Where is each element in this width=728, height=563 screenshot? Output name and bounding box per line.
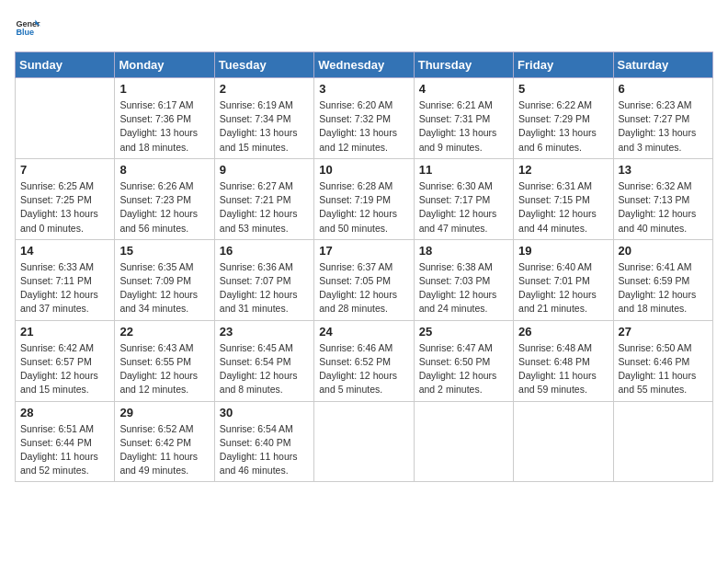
day-info: Sunrise: 6:28 AMSunset: 7:19 PMDaylight:… [319, 179, 408, 236]
day-number: 8 [119, 163, 209, 177]
day-info: Sunrise: 6:21 AMSunset: 7:31 PMDaylight:… [419, 98, 508, 155]
weekday-header-friday: Friday [514, 52, 613, 78]
day-number: 30 [220, 406, 309, 419]
day-number: 15 [119, 244, 209, 258]
weekday-header-tuesday: Tuesday [214, 52, 313, 78]
day-info: Sunrise: 6:31 AMSunset: 7:15 PMDaylight:… [518, 179, 608, 236]
calendar-cell: 22Sunrise: 6:43 AMSunset: 6:55 PMDayligh… [115, 320, 214, 401]
day-info: Sunrise: 6:32 AMSunset: 7:13 PMDaylight:… [619, 179, 708, 236]
day-number: 17 [319, 244, 408, 258]
day-info: Sunrise: 6:40 AMSunset: 7:01 PMDaylight:… [518, 260, 608, 316]
day-number: 20 [619, 244, 708, 258]
day-number: 1 [119, 82, 209, 96]
calendar-cell [314, 401, 414, 482]
calendar-cell: 15Sunrise: 6:35 AMSunset: 7:09 PMDayligh… [115, 239, 214, 320]
calendar-cell: 19Sunrise: 6:40 AMSunset: 7:01 PMDayligh… [514, 239, 613, 320]
day-number: 6 [619, 82, 708, 96]
day-info: Sunrise: 6:35 AMSunset: 7:09 PMDaylight:… [119, 260, 209, 316]
calendar-cell: 27Sunrise: 6:50 AMSunset: 6:46 PMDayligh… [613, 320, 712, 401]
weekday-header-saturday: Saturday [613, 52, 712, 78]
day-info: Sunrise: 6:46 AMSunset: 6:52 PMDaylight:… [319, 341, 408, 397]
calendar-cell: 25Sunrise: 6:47 AMSunset: 6:50 PMDayligh… [414, 320, 513, 401]
day-number: 19 [518, 244, 608, 258]
calendar-cell: 29Sunrise: 6:52 AMSunset: 6:42 PMDayligh… [115, 401, 214, 482]
day-number: 22 [119, 325, 209, 339]
calendar-cell: 5Sunrise: 6:22 AMSunset: 7:29 PMDaylight… [514, 78, 613, 159]
calendar-cell: 13Sunrise: 6:32 AMSunset: 7:13 PMDayligh… [613, 158, 712, 239]
weekday-header-monday: Monday [115, 52, 214, 78]
calendar-cell: 26Sunrise: 6:48 AMSunset: 6:48 PMDayligh… [514, 320, 613, 401]
day-info: Sunrise: 6:22 AMSunset: 7:29 PMDaylight:… [518, 98, 608, 155]
weekday-header-sunday: Sunday [16, 52, 115, 78]
day-number: 5 [518, 82, 608, 96]
calendar-week-3: 21Sunrise: 6:42 AMSunset: 6:57 PMDayligh… [16, 320, 713, 401]
calendar-cell: 2Sunrise: 6:19 AMSunset: 7:34 PMDaylight… [214, 78, 313, 159]
day-number: 3 [319, 82, 408, 96]
calendar-cell: 9Sunrise: 6:27 AMSunset: 7:21 PMDaylight… [214, 158, 313, 239]
calendar-cell: 17Sunrise: 6:37 AMSunset: 7:05 PMDayligh… [314, 239, 414, 320]
calendar-cell: 23Sunrise: 6:45 AMSunset: 6:54 PMDayligh… [214, 320, 313, 401]
day-number: 24 [319, 325, 408, 339]
day-info: Sunrise: 6:54 AMSunset: 6:40 PMDaylight:… [220, 422, 309, 478]
calendar-cell: 18Sunrise: 6:38 AMSunset: 7:03 PMDayligh… [414, 239, 513, 320]
calendar-cell: 3Sunrise: 6:20 AMSunset: 7:32 PMDaylight… [314, 78, 414, 159]
calendar-week-0: 1Sunrise: 6:17 AMSunset: 7:36 PMDaylight… [16, 78, 713, 159]
calendar-cell: 6Sunrise: 6:23 AMSunset: 7:27 PMDaylight… [613, 78, 712, 159]
calendar-week-2: 14Sunrise: 6:33 AMSunset: 7:11 PMDayligh… [16, 239, 713, 320]
day-number: 4 [419, 82, 508, 96]
day-info: Sunrise: 6:42 AMSunset: 6:57 PMDaylight:… [20, 341, 109, 397]
day-number: 12 [518, 163, 608, 177]
day-info: Sunrise: 6:30 AMSunset: 7:17 PMDaylight:… [419, 179, 508, 236]
weekday-header-thursday: Thursday [414, 52, 513, 78]
day-number: 26 [518, 325, 608, 339]
day-info: Sunrise: 6:51 AMSunset: 6:44 PMDaylight:… [20, 422, 109, 478]
calendar-cell [613, 401, 712, 482]
calendar-body: 1Sunrise: 6:17 AMSunset: 7:36 PMDaylight… [16, 78, 713, 482]
day-number: 13 [619, 163, 708, 177]
day-number: 10 [319, 163, 408, 177]
calendar-cell: 28Sunrise: 6:51 AMSunset: 6:44 PMDayligh… [16, 401, 115, 482]
day-number: 9 [220, 163, 309, 177]
calendar-cell: 24Sunrise: 6:46 AMSunset: 6:52 PMDayligh… [314, 320, 414, 401]
calendar-cell: 4Sunrise: 6:21 AMSunset: 7:31 PMDaylight… [414, 78, 513, 159]
day-info: Sunrise: 6:37 AMSunset: 7:05 PMDaylight:… [319, 260, 408, 316]
calendar-cell: 8Sunrise: 6:26 AMSunset: 7:23 PMDaylight… [115, 158, 214, 239]
calendar-table: SundayMondayTuesdayWednesdayThursdayFrid… [15, 52, 713, 482]
day-number: 28 [20, 406, 109, 419]
day-info: Sunrise: 6:41 AMSunset: 6:59 PMDaylight:… [619, 260, 708, 316]
calendar-header: SundayMondayTuesdayWednesdayThursdayFrid… [16, 52, 713, 78]
calendar-cell: 12Sunrise: 6:31 AMSunset: 7:15 PMDayligh… [514, 158, 613, 239]
calendar-cell: 30Sunrise: 6:54 AMSunset: 6:40 PMDayligh… [214, 401, 313, 482]
weekday-header-row: SundayMondayTuesdayWednesdayThursdayFrid… [16, 52, 713, 78]
calendar-cell [16, 78, 115, 159]
calendar-cell: 1Sunrise: 6:17 AMSunset: 7:36 PMDaylight… [115, 78, 214, 159]
day-info: Sunrise: 6:27 AMSunset: 7:21 PMDaylight:… [220, 179, 309, 236]
day-info: Sunrise: 6:19 AMSunset: 7:34 PMDaylight:… [220, 98, 309, 155]
day-number: 25 [419, 325, 508, 339]
day-number: 2 [220, 82, 309, 96]
day-info: Sunrise: 6:48 AMSunset: 6:48 PMDaylight:… [518, 341, 608, 397]
day-number: 11 [419, 163, 508, 177]
calendar-week-1: 7Sunrise: 6:25 AMSunset: 7:25 PMDaylight… [16, 158, 713, 239]
calendar-cell: 10Sunrise: 6:28 AMSunset: 7:19 PMDayligh… [314, 158, 414, 239]
calendar-cell: 14Sunrise: 6:33 AMSunset: 7:11 PMDayligh… [16, 239, 115, 320]
day-info: Sunrise: 6:23 AMSunset: 7:27 PMDaylight:… [619, 98, 708, 155]
day-info: Sunrise: 6:38 AMSunset: 7:03 PMDaylight:… [419, 260, 508, 316]
day-number: 16 [220, 244, 309, 258]
calendar-cell [514, 401, 613, 482]
day-info: Sunrise: 6:52 AMSunset: 6:42 PMDaylight:… [119, 422, 209, 478]
day-info: Sunrise: 6:26 AMSunset: 7:23 PMDaylight:… [119, 179, 209, 236]
day-info: Sunrise: 6:20 AMSunset: 7:32 PMDaylight:… [319, 98, 408, 155]
day-number: 23 [220, 325, 309, 339]
day-number: 27 [619, 325, 708, 339]
day-number: 18 [419, 244, 508, 258]
weekday-header-wednesday: Wednesday [314, 52, 414, 78]
day-number: 29 [119, 406, 209, 419]
calendar-cell: 11Sunrise: 6:30 AMSunset: 7:17 PMDayligh… [414, 158, 513, 239]
calendar-week-4: 28Sunrise: 6:51 AMSunset: 6:44 PMDayligh… [16, 401, 713, 482]
logo: General Blue [15, 15, 44, 40]
calendar-cell: 7Sunrise: 6:25 AMSunset: 7:25 PMDaylight… [16, 158, 115, 239]
day-number: 14 [20, 244, 109, 258]
calendar-cell [414, 401, 513, 482]
logo-icon: General Blue [15, 15, 40, 40]
